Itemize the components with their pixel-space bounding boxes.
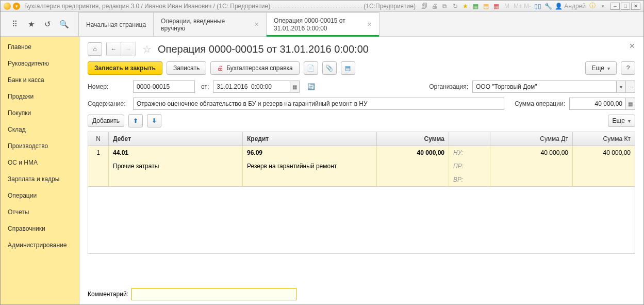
sidebar-item-production[interactable]: Производство xyxy=(1,138,79,154)
sidebar-item-bank[interactable]: Банк и касса xyxy=(1,72,79,88)
history-icon[interactable]: ↺ xyxy=(43,20,52,29)
table-empty-area[interactable] xyxy=(88,187,635,254)
calculator-icon[interactable]: ▦ xyxy=(626,98,635,110)
tb-doc-icon[interactable]: 🗐 xyxy=(421,3,428,10)
tb-ok-icon[interactable]: ▦ xyxy=(472,3,480,10)
page-title: Операция 0000-00015 от 31.01.2016 0:00:0… xyxy=(158,43,369,55)
cell-kredit-name: Резерв на гарантийный ремонт xyxy=(243,159,377,173)
sidebar-item-operations[interactable]: Операции xyxy=(1,187,79,204)
accounting-note-button[interactable]: 🖨 Бухгалтерская справка xyxy=(210,61,300,75)
tb-info-drop-icon[interactable]: ▾ xyxy=(599,4,606,9)
sidebar-item-sales[interactable]: Продажи xyxy=(1,88,79,105)
tb-panels-icon[interactable]: ▯▯ xyxy=(534,3,541,10)
tb-mplus-icon[interactable]: M+ xyxy=(514,3,521,10)
quick-toolbar: ⠿ ★ ↺ 🔍 xyxy=(1,12,78,36)
username: Андрей xyxy=(564,3,586,10)
tab-manual-operations[interactable]: Операции, введенные вручную ✕ xyxy=(153,12,267,36)
tab-operation-0000-00015[interactable]: Операция 0000-00015 от 31.01.2016 0:00:0… xyxy=(266,12,379,36)
more-button[interactable]: Еще xyxy=(585,61,617,75)
save-button[interactable]: Записать xyxy=(167,61,206,75)
cell-pr-dt xyxy=(490,159,573,173)
btn-label: Бухгалтерская справка xyxy=(226,65,293,72)
tb-refresh-icon[interactable]: ↻ xyxy=(452,3,459,10)
org-open-icon[interactable]: ⋯ xyxy=(626,81,635,93)
number-input[interactable] xyxy=(133,81,195,93)
title-separator: ........................................… xyxy=(270,3,364,10)
tab-close-icon[interactable]: ✕ xyxy=(254,21,259,28)
tb-m-icon[interactable]: M xyxy=(503,3,510,10)
window-minimize-button[interactable]: – xyxy=(610,3,620,10)
table-row[interactable]: Прочие затраты Резерв на гарантийный рем… xyxy=(88,159,635,173)
tb-wrench-icon[interactable]: 🔧 xyxy=(544,3,552,10)
cell-sum: 40 000,00 xyxy=(377,146,449,159)
app-dropdown-icon[interactable]: ▾ xyxy=(13,3,20,10)
add-row-button[interactable]: Добавить xyxy=(88,115,124,127)
org-input[interactable] xyxy=(472,81,617,93)
tb-star-icon[interactable]: ★ xyxy=(462,3,469,10)
search-icon[interactable]: 🔍 xyxy=(59,20,69,29)
save-and-close-button[interactable]: Записать и закрыть xyxy=(88,61,162,75)
sidebar-item-admin[interactable]: Администрирование xyxy=(1,237,79,253)
table-row[interactable]: ВР: xyxy=(88,173,635,186)
tab-label: Операция 0000-00015 от 31.01.2016 0:00:0… xyxy=(274,17,363,32)
comment-row: Комментарий: xyxy=(88,284,635,300)
sidebar-item-hr[interactable]: Зарплата и кадры xyxy=(1,171,79,187)
app-orb-icon[interactable] xyxy=(4,3,11,10)
table-row[interactable]: 1 44.01 96.09 40 000,00 НУ: 40 000,00 40… xyxy=(88,146,635,159)
date-input[interactable] xyxy=(213,81,290,93)
cell-empty xyxy=(109,173,243,186)
help-button[interactable]: ? xyxy=(621,61,635,75)
move-down-button[interactable]: ⬇ xyxy=(147,114,161,127)
window-close-button[interactable]: ✕ xyxy=(631,3,640,10)
close-page-icon[interactable]: ✕ xyxy=(629,42,635,50)
tb-print-icon[interactable]: 🖨 xyxy=(431,3,438,10)
sidebar-item-warehouse[interactable]: Склад xyxy=(1,121,79,138)
sidebar-item-manager[interactable]: Руководителю xyxy=(1,55,79,72)
th-sum-dt[interactable]: Сумма Дт xyxy=(490,132,573,146)
tb-info-icon[interactable]: ⓘ xyxy=(589,2,596,10)
sidebar-item-purchases[interactable]: Покупки xyxy=(1,105,79,121)
sidebar-item-main[interactable]: Главное xyxy=(1,39,79,55)
tab-start-page[interactable]: Начальная страница xyxy=(78,12,154,36)
window-maximize-button[interactable]: □ xyxy=(621,3,630,10)
list-button[interactable]: ▤ xyxy=(341,61,355,75)
field-row-number: Номер: от: ▦ 🔄 Организация: ▾ ⋯ xyxy=(88,80,635,93)
home-button[interactable]: ⌂ xyxy=(88,42,102,56)
th-kredit[interactable]: Кредит xyxy=(243,132,377,146)
comment-input[interactable] xyxy=(131,288,296,300)
report-icon: 📄 xyxy=(307,65,315,72)
tb-mminus-icon[interactable]: M- xyxy=(524,3,531,10)
sum-input[interactable] xyxy=(569,98,626,110)
table-more-button[interactable]: Еще xyxy=(608,115,635,127)
move-up-button[interactable]: ⬆ xyxy=(128,114,143,127)
cell-empty xyxy=(88,159,109,173)
table-toolbar: Добавить ⬆ ⬇ Еще xyxy=(88,114,635,127)
favorite-star-icon[interactable]: ☆ xyxy=(142,43,152,55)
th-tax xyxy=(449,132,490,146)
th-sum[interactable]: Сумма xyxy=(377,132,449,146)
attachment-button[interactable]: 📎 xyxy=(322,61,337,75)
forward-button[interactable]: → xyxy=(121,42,136,56)
org-dropdown-icon[interactable]: ▾ xyxy=(617,81,626,93)
report-button[interactable]: 📄 xyxy=(304,61,318,75)
th-sum-kt[interactable]: Сумма Кт xyxy=(573,132,635,146)
back-button[interactable]: ← xyxy=(107,42,121,56)
calendar-icon[interactable]: ▦ xyxy=(290,81,300,93)
sidebar-item-reports[interactable]: Отчеты xyxy=(1,204,79,220)
sidebar-item-assets[interactable]: ОС и НМА xyxy=(1,154,79,171)
tb-calendar-icon[interactable]: ▦ xyxy=(493,3,500,10)
date-action-icon[interactable]: 🔄 xyxy=(304,80,318,93)
top-strip: ⠿ ★ ↺ 🔍 Начальная страница Операции, вве… xyxy=(1,12,643,37)
user-badge[interactable]: 👤 Андрей xyxy=(555,3,586,10)
tab-close-icon[interactable]: ✕ xyxy=(367,21,372,28)
sidebar-item-catalogs[interactable]: Справочники xyxy=(1,220,79,237)
tb-calc-icon[interactable]: ▤ xyxy=(483,3,490,10)
favorites-star-icon[interactable]: ★ xyxy=(26,20,36,29)
number-label: Номер: xyxy=(88,83,129,90)
tb-compare-icon[interactable]: ⧉ xyxy=(441,3,449,10)
page-header: ⌂ ← → ☆ Операция 0000-00015 от 31.01.201… xyxy=(88,42,635,56)
content-input[interactable] xyxy=(133,98,504,110)
th-debet[interactable]: Дебет xyxy=(109,132,243,146)
apps-grid-icon[interactable]: ⠿ xyxy=(10,20,19,29)
th-n[interactable]: N xyxy=(88,132,109,146)
